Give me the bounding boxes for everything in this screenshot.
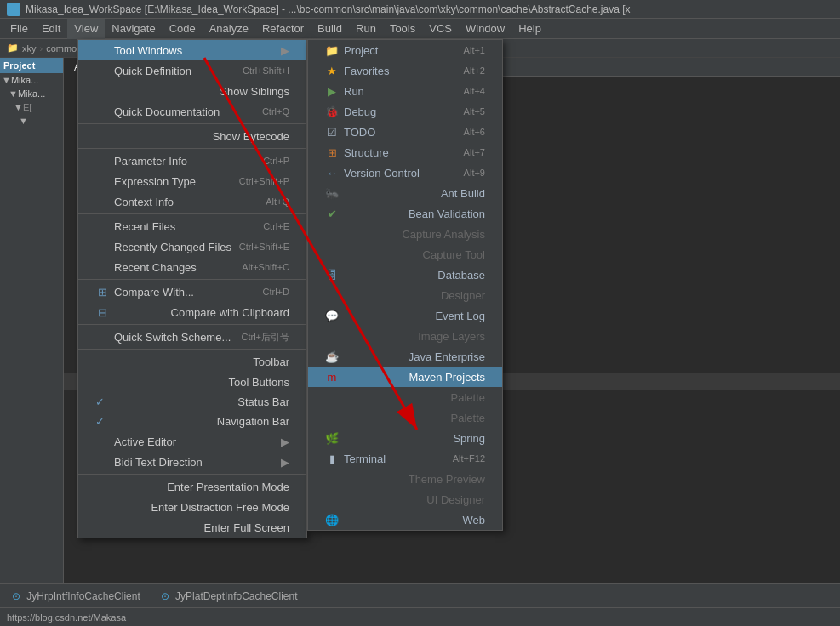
tw-structure[interactable]: ⊞ Structure Alt+7 [308, 142, 502, 162]
menu-navigate[interactable]: Navigate [105, 19, 162, 39]
menu-bidi-text[interactable]: Bidi Text Direction ▶ [78, 452, 306, 472]
app-icon [7, 3, 20, 16]
menu-refactor[interactable]: Refactor [255, 19, 311, 39]
menu-edit[interactable]: Edit [35, 19, 67, 39]
status-bar: https://blog.csdn.net/Makasa [0, 607, 840, 626]
menu-tool-buttons[interactable]: Tool Buttons [78, 372, 306, 392]
menu-bar: File Edit View Navigate Code Analyze Ref… [0, 19, 840, 39]
menu-vcs[interactable]: VCS [422, 19, 459, 39]
tw-terminal[interactable]: ▮ Terminal Alt+F12 [308, 448, 502, 469]
tw-java-enterprise[interactable]: ☕ Java Enterprise [308, 346, 502, 367]
menu-toolbar[interactable]: Toolbar [78, 351, 306, 372]
tw-palette1[interactable]: Palette [308, 387, 502, 407]
title-bar: Mikasa_Idea_WorkSpace [E:\Mikasa_Idea_Wo… [0, 0, 840, 19]
menu-enter-fullscreen[interactable]: Enter Full Screen [78, 517, 306, 538]
tree-item-bc[interactable]: ▼ [0, 114, 63, 128]
tree-item-e[interactable]: ▼ E[ [0, 100, 63, 114]
menu-quick-def[interactable]: Quick Definition Ctrl+Shift+I [78, 60, 306, 81]
menu-recent-changed[interactable]: Recently Changed Files Ctrl+Shift+E [78, 236, 306, 257]
tw-database[interactable]: 🗄 Database [308, 265, 502, 285]
tw-ui-designer[interactable]: UI Designer [308, 489, 502, 509]
menu-show-siblings[interactable]: Show Siblings [78, 81, 306, 101]
menu-help[interactable]: Help [511, 19, 548, 39]
tw-maven-projects[interactable]: m Maven Projects [308, 367, 502, 387]
bottom-tab-cache2[interactable]: ⊙ JyPlatDeptInfoCacheClient [152, 588, 306, 605]
sep1 [78, 123, 306, 124]
tree-item-mikasa2[interactable]: ▼ Mika... [0, 87, 63, 100]
menu-enter-presentation[interactable]: Enter Presentation Mode [78, 476, 306, 497]
menu-tools[interactable]: Tools [383, 19, 422, 39]
sep5 [78, 324, 306, 325]
sep7 [78, 474, 306, 475]
menu-compare-clipboard[interactable]: ⊟ Compare with Clipboard [78, 302, 306, 322]
tool-windows-icon [95, 43, 109, 57]
status-bar-check: ✓ [95, 396, 105, 408]
menu-file[interactable]: File [3, 19, 35, 39]
tw-capture-analysis[interactable]: Capture Analysis [308, 224, 502, 244]
active-editor-arrow: ▶ [281, 435, 289, 448]
menu-view[interactable]: View [67, 19, 105, 39]
menu-quick-switch[interactable]: Quick Switch Scheme... Ctrl+后引号 [78, 327, 306, 347]
sep3 [78, 213, 306, 214]
tw-web[interactable]: 🌐 Web [308, 509, 502, 530]
menu-run[interactable]: Run [349, 19, 383, 39]
tw-theme-preview[interactable]: Theme Preview [308, 469, 502, 489]
bottom-panel: ⊙ JyHrpIntfInfoCacheClient ⊙ JyPlatDeptI… [0, 583, 840, 607]
tw-todo[interactable]: ☑ TODO Alt+6 [308, 122, 502, 142]
tw-capture-tool[interactable]: Capture Tool [308, 244, 502, 265]
project-icon: 📁 [7, 43, 19, 54]
sep6 [78, 349, 306, 350]
tw-spring[interactable]: 🌿 Spring [308, 428, 502, 448]
view-menu-dropdown: Tool Windows ▶ Quick Definition Ctrl+Shi… [77, 39, 307, 538]
menu-recent-changes[interactable]: Recent Changes Alt+Shift+C [78, 257, 306, 277]
sep4 [78, 279, 306, 280]
tw-palette2[interactable]: Palette [308, 407, 502, 428]
tw-run[interactable]: ▶ Run Alt+4 [308, 81, 502, 101]
breadcrumb-xky[interactable]: xky [22, 43, 37, 54]
menu-enter-distraction[interactable]: Enter Distraction Free Mode [78, 497, 306, 517]
menu-param-info[interactable]: Parameter Info Ctrl+P [78, 151, 306, 171]
menu-compare-with[interactable]: ⊞ Compare With... Ctrl+D [78, 282, 306, 302]
tw-debug[interactable]: 🐞 Debug Alt+5 [308, 101, 502, 122]
tw-version-control[interactable]: ↔ Version Control Alt+9 [308, 162, 502, 183]
menu-active-editor[interactable]: Active Editor ▶ [78, 431, 306, 452]
menu-show-bytecode[interactable]: Show Bytecode [78, 126, 306, 146]
menu-build[interactable]: Build [311, 19, 349, 39]
tw-ant-build[interactable]: 🐜 Ant Build [308, 183, 502, 203]
menu-window[interactable]: Window [459, 19, 511, 39]
tool-windows-arrow: ▶ [281, 44, 289, 57]
tw-event-log[interactable]: 💬 Event Log [308, 305, 502, 326]
tree-item-mikasa[interactable]: ▼ Mika... [0, 73, 63, 87]
title-text: Mikasa_Idea_WorkSpace [E:\Mikasa_Idea_Wo… [26, 3, 631, 15]
tool-windows-label: Tool Windows [114, 44, 182, 57]
bottom-tab-cache1[interactable]: ⊙ JyHrpIntfInfoCacheClient [3, 588, 149, 605]
menu-expr-type[interactable]: Expression Type Ctrl+Shift+P [78, 171, 306, 191]
tool-windows-submenu: 📁 Project Alt+1 ★ Favorites Alt+2 ▶ Run … [307, 39, 503, 531]
tree-project-label[interactable]: Project [0, 58, 63, 73]
menu-status-bar[interactable]: ✓ Status Bar [78, 392, 306, 412]
file-tree: Project ▼ Mika... ▼ Mika... ▼ E[ ▼ [0, 58, 64, 607]
tw-favorites[interactable]: ★ Favorites Alt+2 [308, 60, 502, 81]
bidi-text-arrow: ▶ [281, 456, 289, 469]
tw-designer[interactable]: Designer [308, 285, 502, 305]
menu-tool-windows[interactable]: Tool Windows ▶ [78, 40, 306, 60]
menu-recent-files[interactable]: Recent Files Ctrl+E [78, 216, 306, 236]
menu-analyze[interactable]: Analyze [203, 19, 255, 39]
nav-bar-check: ✓ [95, 415, 105, 428]
tw-project[interactable]: 📁 Project Alt+1 [308, 40, 502, 60]
menu-quick-doc[interactable]: Quick Documentation Ctrl+Q [78, 101, 306, 122]
status-bar-url: https://blog.csdn.net/Makasa [7, 612, 126, 623]
tw-image-layers[interactable]: Image Layers [308, 326, 502, 346]
menu-nav-bar[interactable]: ✓ Navigation Bar [78, 412, 306, 431]
tw-bean-validation[interactable]: ✔ Bean Validation [308, 203, 502, 224]
menu-code[interactable]: Code [163, 19, 203, 39]
menu-context-info[interactable]: Context Info Alt+Q [78, 191, 306, 212]
sep2 [78, 148, 306, 149]
